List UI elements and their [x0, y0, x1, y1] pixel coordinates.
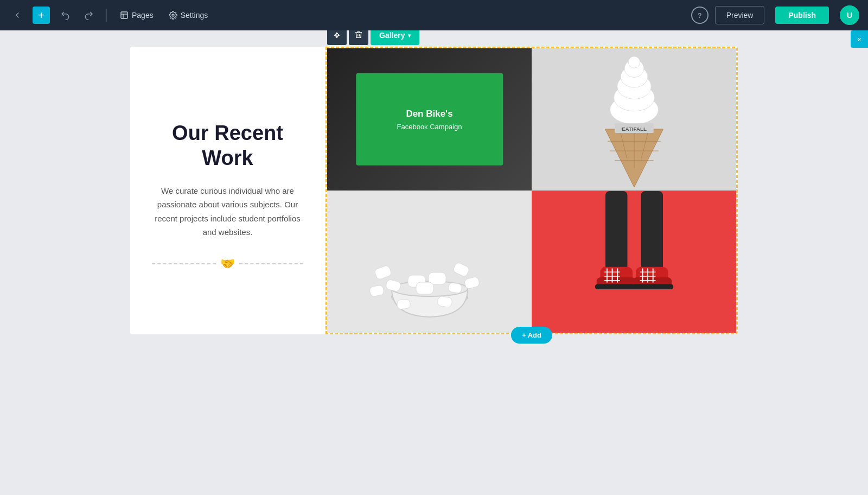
svg-rect-41 — [385, 279, 401, 292]
divider-line-left — [152, 263, 216, 264]
nav-divider — [106, 9, 107, 22]
collapse-panel-button[interactable]: « — [851, 30, 868, 48]
svg-point-32 — [628, 56, 640, 68]
back-button[interactable] — [9, 7, 26, 24]
handshake-divider: 🤝 — [152, 257, 303, 271]
pages-label: Pages — [132, 11, 154, 20]
gallery-type-label: Gallery — [379, 31, 405, 40]
help-icon: ? — [698, 11, 702, 20]
heading: Our Recent Work — [172, 121, 283, 170]
collapse-icon: « — [857, 35, 861, 43]
undo-button[interactable] — [56, 7, 74, 24]
settings-button[interactable]: Settings — [164, 8, 213, 23]
avatar[interactable]: U — [840, 5, 859, 25]
plus-icon: + — [38, 9, 44, 22]
svg-rect-61 — [631, 284, 673, 289]
svg-rect-42 — [369, 285, 384, 297]
svg-rect-43 — [452, 262, 470, 277]
gallery-panel: ✥ Gallery ▾ — [326, 47, 738, 334]
help-button[interactable]: ? — [691, 7, 709, 24]
avatar-initial: U — [847, 11, 852, 20]
pages-button[interactable]: Pages — [116, 8, 158, 23]
overlay-subtitle: Facebook Campaign — [397, 122, 462, 130]
svg-rect-48 — [605, 191, 627, 275]
body-text: We curate curious individual who are pas… — [152, 184, 303, 239]
marshmallow-background — [327, 191, 532, 333]
publish-label: Publish — [788, 11, 816, 20]
gallery-item-1-overlay: Den Bike's Facebook Campaign — [356, 73, 503, 166]
move-icon: ✥ — [334, 31, 340, 40]
gallery-delete-button[interactable] — [349, 30, 368, 45]
svg-point-3 — [172, 14, 174, 16]
settings-label: Settings — [181, 11, 208, 20]
svg-rect-0 — [121, 12, 127, 18]
shoes-background — [532, 191, 736, 333]
gallery-type-button[interactable]: Gallery ▾ — [371, 30, 419, 45]
svg-text:EATIFALL: EATIFALL — [621, 126, 646, 132]
canvas-area: « Our Recent Work We curate curious indi… — [0, 30, 868, 495]
preview-label: Preview — [726, 11, 754, 20]
gallery-caret-icon: ▾ — [408, 33, 411, 39]
svg-rect-46 — [397, 299, 410, 309]
svg-rect-47 — [437, 296, 452, 307]
gallery-item-3[interactable] — [327, 191, 532, 333]
gallery-item-2[interactable]: EATIFALL — [532, 48, 736, 191]
svg-rect-44 — [464, 276, 480, 289]
svg-rect-40 — [374, 265, 392, 280]
gallery-item-1[interactable]: Den Bike's Facebook Campaign — [327, 48, 532, 191]
add-element-button[interactable]: + — [33, 7, 50, 24]
add-gallery-label: + Add — [522, 331, 541, 339]
add-gallery-item-button[interactable]: + Add — [511, 327, 552, 344]
overlay-title: Den Bike's — [406, 108, 452, 119]
svg-rect-39 — [416, 282, 433, 294]
navbar: + Pages Settings ? Preview Publish U — [0, 0, 868, 30]
icecream-svg: EATIFALL — [585, 52, 683, 187]
marshmallow-svg — [354, 191, 506, 332]
content-block: Our Recent Work We curate curious indivi… — [130, 47, 738, 334]
redo-button[interactable] — [80, 7, 98, 24]
preview-button[interactable]: Preview — [715, 6, 765, 24]
svg-rect-52 — [595, 284, 636, 289]
publish-button[interactable]: Publish — [775, 7, 829, 24]
heading-line1: Our Recent — [172, 122, 283, 144]
gallery-item-4[interactable] — [532, 191, 736, 333]
left-panel: Our Recent Work We curate curious indivi… — [130, 47, 326, 334]
gallery-move-button[interactable]: ✥ — [327, 30, 347, 45]
divider-line-right — [239, 263, 303, 264]
shoes-svg — [569, 191, 699, 332]
delete-icon — [354, 30, 363, 41]
gallery-toolbar: ✥ Gallery ▾ — [327, 30, 419, 45]
gallery-grid: Den Bike's Facebook Campaign — [327, 48, 736, 333]
handshake-icon: 🤝 — [220, 257, 235, 271]
svg-rect-49 — [641, 191, 662, 275]
heading-line2: Work — [202, 147, 253, 169]
icecream-background: EATIFALL — [532, 48, 736, 191]
